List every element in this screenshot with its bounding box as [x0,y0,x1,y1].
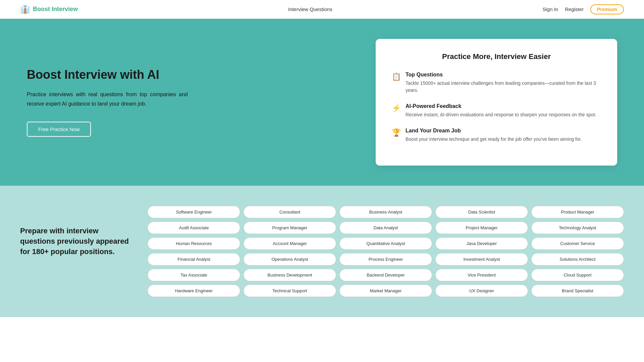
feature-dream-job-desc: Boost your interview technique and get r… [406,136,582,143]
feature-ai-feedback-content: AI-Powered Feedback Receive instant, AI-… [406,103,596,118]
position-button[interactable]: Consultant [244,206,336,218]
position-button[interactable]: Hardware Engineer [148,285,240,297]
position-button[interactable]: Program Manager [244,222,336,234]
nav-interview-questions[interactable]: Interview Questions [288,6,332,12]
feature-top-questions-desc: Tackle 15000+ actual interview challenge… [406,80,601,94]
feature-ai-feedback: ⚡ AI-Powered Feedback Receive instant, A… [392,103,601,118]
hero-left: Boost Interview with AI Practice intervi… [27,68,188,136]
free-practice-button[interactable]: Free Practice Now [27,122,91,137]
feature-top-questions-title: Top Questions [406,72,601,78]
positions-left: Prepare with interview questions previou… [20,206,134,257]
position-button[interactable]: Operations Analyst [244,253,336,265]
position-button[interactable]: Data Analyst [339,222,432,234]
hero-subtitle: Practice interviews with real questions … [27,90,188,108]
feature-top-questions-content: Top Questions Tackle 15000+ actual inter… [406,72,601,94]
position-button[interactable]: Financial Analyst [148,253,240,265]
hero-card: Practice More, Interview Easier 📋 Top Qu… [376,39,617,166]
position-button[interactable]: Technical Support [244,285,336,297]
position-button[interactable]: Quantitative Analyst [339,237,432,250]
card-title: Practice More, Interview Easier [392,52,601,61]
signin-button[interactable]: Sign In [543,6,558,12]
logo[interactable]: 👔 Boost Interview [20,5,78,14]
position-button[interactable]: Business Development [244,269,336,281]
dream-job-icon: 🏆 [392,128,401,137]
position-button[interactable]: Software Engineer [148,206,240,218]
position-button[interactable]: Vice President [435,269,528,281]
position-button[interactable]: Business Analyst [339,206,432,218]
position-button[interactable]: UX Designer [435,285,528,297]
feature-dream-job-content: Land Your Dream Job Boost your interview… [406,128,582,143]
position-button[interactable]: Customer Service [531,237,624,250]
position-button[interactable]: Cloud Support [531,269,624,281]
logo-text: Boost Interview [33,6,78,13]
position-button[interactable]: Human Resources [148,237,240,250]
feature-ai-feedback-title: AI-Powered Feedback [406,103,596,109]
top-questions-icon: 📋 [392,72,401,81]
position-button[interactable]: Process Engineer [339,253,432,265]
position-button[interactable]: Backend Developer [339,269,432,281]
position-button[interactable]: Data Scientist [435,206,528,218]
nav-right: Sign In Register Premium [543,4,624,14]
position-button[interactable]: Brand Specialist [531,285,624,297]
position-button[interactable]: Tax Associate [148,269,240,281]
feature-ai-feedback-desc: Receive instant, AI-driven evaluations a… [406,111,596,118]
navbar: 👔 Boost Interview Interview Questions Si… [0,0,644,19]
position-button[interactable]: Investment Analyst [435,253,528,265]
position-button[interactable]: Technology Analyst [531,222,624,234]
position-button[interactable]: Market Manager [339,285,432,297]
position-button[interactable]: Audit Associate [148,222,240,234]
positions-section: Prepare with interview questions previou… [0,186,644,317]
premium-button[interactable]: Premium [590,4,624,14]
logo-icon: 👔 [20,5,30,14]
position-button[interactable]: Java Developer [435,237,528,250]
feature-top-questions: 📋 Top Questions Tackle 15000+ actual int… [392,72,601,94]
register-button[interactable]: Register [565,6,584,12]
position-button[interactable]: Project Manager [435,222,528,234]
feature-dream-job: 🏆 Land Your Dream Job Boost your intervi… [392,128,601,143]
position-button[interactable]: Solutions Architect [531,253,624,265]
position-button[interactable]: Product Manager [531,206,624,218]
ai-feedback-icon: ⚡ [392,104,401,113]
positions-title: Prepare with interview questions previou… [20,226,134,257]
feature-dream-job-title: Land Your Dream Job [406,128,582,134]
hero-title: Boost Interview with AI [27,68,188,82]
position-button[interactable]: Account Manager [244,237,336,250]
positions-grid: Software EngineerConsultantBusiness Anal… [148,206,624,297]
nav-center: Interview Questions [288,6,332,12]
hero-section: Boost Interview with AI Practice intervi… [0,19,644,186]
